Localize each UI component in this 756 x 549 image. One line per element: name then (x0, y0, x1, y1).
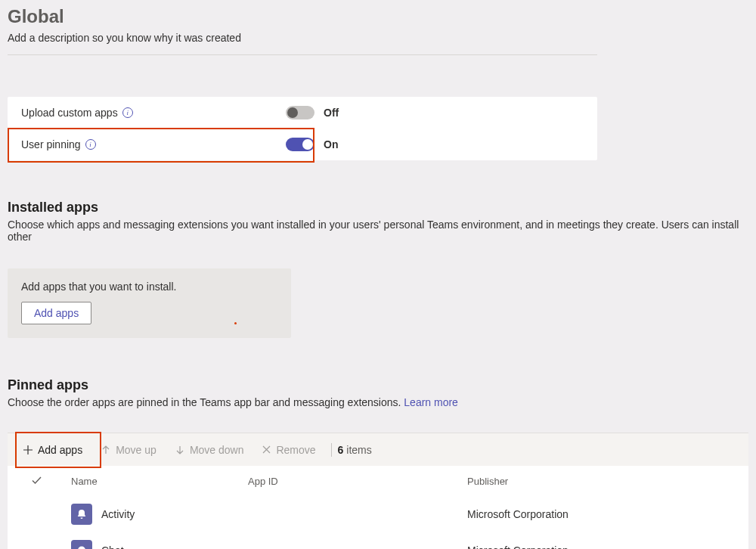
toolbar-label: Move up (116, 444, 156, 456)
toolbar-label: Add apps (38, 444, 82, 456)
info-icon[interactable]: i (122, 107, 133, 118)
table-header-row: Name App ID Publisher (8, 466, 748, 496)
column-header-publisher[interactable]: Publisher (467, 476, 748, 487)
pinned-desc-text: Choose the order apps are pinned in the … (8, 396, 404, 408)
setting-label: Upload custom apps (21, 107, 118, 119)
toolbar-label: Move down (190, 444, 244, 456)
column-header-name[interactable]: Name (59, 476, 248, 487)
arrow-down-icon (175, 445, 185, 455)
check-icon (30, 474, 42, 489)
policy-description[interactable]: Add a description so you know why it was… (8, 32, 597, 55)
page-title: Global (8, 6, 748, 27)
add-apps-toolbar-button[interactable]: Add apps (14, 438, 91, 462)
publisher-cell: Microsoft Corporation (467, 508, 748, 520)
table-row[interactable]: Activity Microsoft Corporation (8, 496, 748, 532)
setting-label: User pinning (21, 138, 81, 150)
app-icon-activity (71, 504, 92, 525)
pinned-apps-heading: Pinned apps (8, 377, 748, 393)
toggle-state-text: On (324, 138, 338, 150)
setting-user-pinning: User pinning i On (8, 129, 597, 160)
installed-apps-heading: Installed apps (8, 200, 748, 216)
column-header-appid[interactable]: App ID (248, 476, 467, 487)
publisher-cell: Microsoft Corporation (467, 544, 748, 549)
toolbar-label: Remove (276, 444, 315, 456)
table-toolbar: Add apps Move up Move down Remove (8, 433, 748, 466)
pinned-apps-table: Add apps Move up Move down Remove (8, 433, 748, 549)
close-icon (262, 445, 271, 454)
info-icon[interactable]: i (85, 139, 96, 150)
item-count: 6 items (338, 444, 372, 456)
svg-point-0 (78, 547, 85, 550)
toggle-upload-custom-apps[interactable] (286, 106, 314, 119)
remove-button[interactable]: Remove (253, 438, 324, 462)
move-down-button[interactable]: Move down (166, 438, 253, 462)
select-all-column[interactable] (14, 474, 59, 489)
table-row[interactable]: Chat Microsoft Corporation (8, 532, 748, 549)
learn-more-link[interactable]: Learn more (404, 396, 458, 408)
add-apps-button[interactable]: Add apps (21, 302, 91, 324)
install-apps-box: Add apps that you want to install. Add a… (8, 268, 291, 338)
pinned-apps-description: Choose the order apps are pinned in the … (8, 396, 748, 408)
settings-panel: Upload custom apps i Off User pinning i … (8, 97, 597, 160)
toggle-user-pinning[interactable] (286, 138, 314, 151)
move-up-button[interactable]: Move up (91, 438, 166, 462)
app-icon-chat (71, 540, 92, 549)
arrow-up-icon (101, 445, 111, 455)
toolbar-divider (331, 443, 332, 457)
plus-icon (23, 445, 33, 455)
annotation-dot (234, 322, 237, 324)
installed-apps-description: Choose which apps and messaging extensio… (8, 219, 748, 243)
setting-upload-custom-apps: Upload custom apps i Off (8, 97, 597, 129)
app-name: Chat (101, 544, 124, 549)
install-box-text: Add apps that you want to install. (21, 281, 277, 293)
app-name: Activity (101, 508, 135, 520)
toggle-state-text: Off (324, 107, 339, 119)
